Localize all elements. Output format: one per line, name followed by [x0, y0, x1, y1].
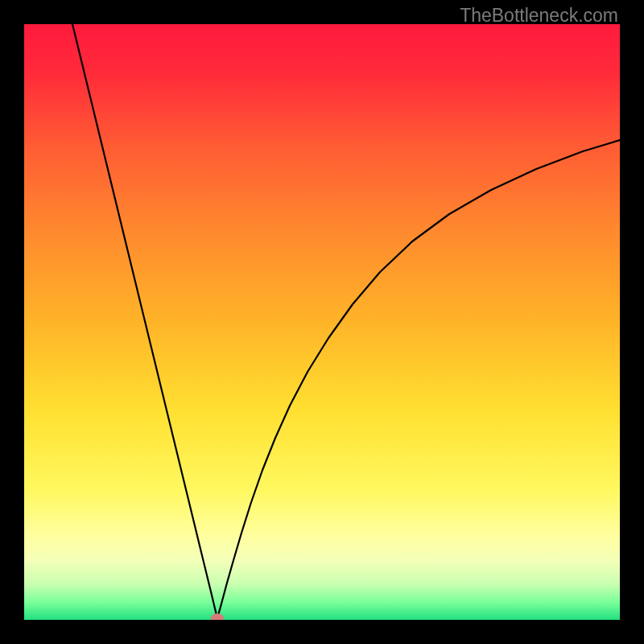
gradient-background: [24, 24, 620, 620]
watermark-text: TheBottleneck.com: [460, 5, 618, 27]
plot-area: [24, 24, 620, 620]
chart-frame: TheBottleneck.com: [0, 0, 644, 644]
bottleneck-chart: [24, 24, 620, 620]
